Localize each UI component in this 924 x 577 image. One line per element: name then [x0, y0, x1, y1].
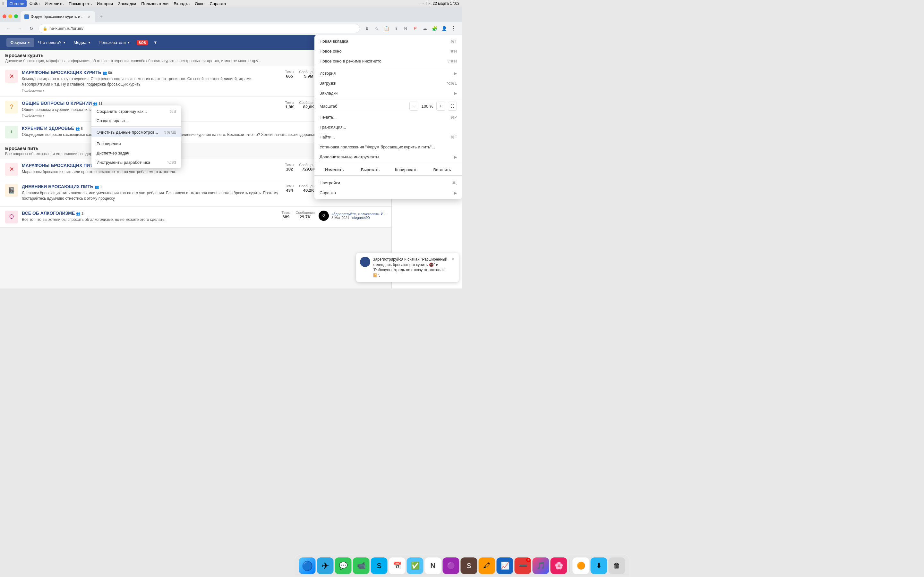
- context-menu-extensions[interactable]: Расширения: [91, 139, 181, 148]
- menubar-time: Пн, 22 марта 17:03: [426, 1, 459, 6]
- context-menu-create-shortcut[interactable]: Создать ярлык...: [91, 116, 181, 125]
- chrome-menu-print[interactable]: Печать... ⌘P: [314, 112, 462, 122]
- menubar-profiles[interactable]: Пользователи: [139, 0, 171, 7]
- toast-notification: Зарегистрируйся и скачай "Расширенный ка…: [356, 253, 459, 282]
- chrome-menu-button[interactable]: ⋮: [449, 24, 458, 33]
- context-menu-divider: [91, 138, 181, 138]
- forward-button[interactable]: →: [15, 24, 24, 33]
- apple-menu[interactable]: : [3, 1, 4, 6]
- window-controls: [3, 15, 18, 18]
- menubar-tab[interactable]: Вкладка: [171, 0, 192, 7]
- chrome-menu-downloads[interactable]: Загрузки ⌥⌘L: [314, 78, 462, 88]
- back-button[interactable]: ←: [4, 24, 13, 33]
- lock-icon: 🔒: [43, 26, 47, 31]
- minimize-window-button[interactable]: [8, 15, 12, 18]
- menubar-chrome[interactable]: Chrome: [7, 0, 27, 7]
- chrome-menu-find[interactable]: Найти... ⌘F: [314, 132, 462, 142]
- cloud-button[interactable]: ☁: [420, 24, 429, 33]
- address-bar: ← → ↻ 🔒 ne-kurim.ru/forum/ ⬇ ☆ 📋 ℹ N P ☁…: [0, 22, 462, 35]
- mac-menubar:  Chrome Файл Изменить Посмотреть Истори…: [0, 0, 462, 7]
- context-menu-save-page[interactable]: Сохранить страницу как... ⌘S: [91, 107, 181, 116]
- chrome-menu-history[interactable]: История ▶: [314, 68, 462, 78]
- new-tab-button[interactable]: +: [97, 12, 105, 21]
- notion-button[interactable]: N: [401, 24, 410, 33]
- context-menu-task-manager[interactable]: Диспетчер задач: [91, 148, 181, 158]
- arrow-right-icon: ▶: [454, 191, 457, 195]
- chrome-menu-divider: [314, 177, 462, 177]
- zoom-in-button[interactable]: +: [436, 102, 445, 111]
- menubar-help[interactable]: Справка: [207, 0, 229, 7]
- bookmark-button[interactable]: ☆: [372, 24, 381, 33]
- tab-title: Форум бросающих курить и ...: [31, 15, 84, 19]
- download-button[interactable]: ⬇: [363, 24, 372, 33]
- url-bar[interactable]: 🔒 ne-kurim.ru/forum/: [39, 24, 360, 33]
- arrow-right-icon: ▶: [454, 155, 457, 159]
- paste-button[interactable]: Вставить: [425, 165, 459, 174]
- maximize-window-button[interactable]: [14, 15, 18, 18]
- url-text: ne-kurim.ru/forum/: [49, 26, 83, 31]
- context-menu-overlay: Сохранить страницу как... ⌘S Создать ярл…: [0, 35, 462, 288]
- address-bar-actions: ⬇ ☆ 📋 ℹ N P ☁ 🧩 👤 ⋮: [363, 24, 458, 33]
- chrome-menu-help[interactable]: Справка ▶: [314, 188, 462, 198]
- chrome-menu-zoom: Масштаб − 100 % + ⛶: [314, 100, 462, 112]
- chrome-menu-more-tools[interactable]: Дополнительные инструменты ▶: [314, 152, 462, 162]
- page-content: Форумы ▼ Что нового? ▼ Медиа ▼ Пользоват…: [0, 35, 462, 288]
- toast-content: Зарегистрируйся и скачай "Расширенный ка…: [373, 257, 449, 278]
- chrome-window: Форум бросающих курить и ... ✕ + ← → ↻ 🔒…: [0, 7, 462, 288]
- profile-button[interactable]: 👤: [439, 24, 449, 33]
- chrome-menu-cast[interactable]: Трансляция...: [314, 122, 462, 132]
- close-window-button[interactable]: [3, 15, 6, 18]
- cut-button[interactable]: Вырезать: [353, 165, 388, 174]
- context-menu-clear-browsing[interactable]: Очистить данные просмотров... ⇧⌘⌫: [91, 127, 181, 137]
- menubar-view[interactable]: Посмотреть: [66, 0, 94, 7]
- readinglist-button[interactable]: 📋: [382, 24, 391, 33]
- zoom-controls: − 100 % + ⛶: [409, 102, 457, 111]
- chrome-menu-incognito[interactable]: Новое окно в режиме инкогнито ⇧⌘N: [314, 56, 462, 66]
- menubar-edit[interactable]: Изменить: [42, 0, 66, 7]
- copy-button[interactable]: Копировать: [389, 165, 423, 174]
- fullscreen-button[interactable]: ⛶: [448, 102, 457, 111]
- arrow-right-icon: ▶: [454, 91, 457, 95]
- menubar-bookmarks[interactable]: Закладки: [115, 0, 139, 7]
- menubar-controls: ···: [421, 1, 424, 6]
- extensions-button[interactable]: 🧩: [430, 24, 439, 33]
- active-tab[interactable]: Форум бросающих курить и ... ✕: [21, 11, 95, 22]
- chrome-menu-divider: [314, 163, 462, 163]
- chrome-menu-new-window[interactable]: Новое окно ⌘N: [314, 46, 462, 56]
- toast-avatar: [360, 257, 370, 267]
- menubar-history[interactable]: История: [94, 0, 115, 7]
- pocket-button[interactable]: P: [411, 24, 420, 33]
- context-menu-divider: [91, 126, 181, 127]
- info-button[interactable]: ℹ: [391, 24, 401, 33]
- chrome-menu: Новая вкладка ⌘T Новое окно ⌘N Новое окн…: [314, 35, 462, 199]
- toast-close-button[interactable]: ✕: [451, 257, 455, 262]
- zoom-value: 100 %: [421, 104, 434, 109]
- tab-close-button[interactable]: ✕: [86, 14, 91, 19]
- arrow-right-icon: ▶: [454, 71, 457, 76]
- menubar-window[interactable]: Окно: [192, 0, 207, 7]
- edit-actions-row: Изменить Вырезать Копировать Вставить: [314, 164, 462, 176]
- chrome-menu-new-tab[interactable]: Новая вкладка ⌘T: [314, 36, 462, 46]
- tab-favicon: [24, 15, 29, 19]
- chrome-menu-bookmarks[interactable]: Закладки ▶: [314, 88, 462, 98]
- chrome-menu-settings[interactable]: Настройки ⌘,: [314, 178, 462, 188]
- title-bar: Форум бросающих курить и ... ✕ +: [0, 7, 462, 22]
- zoom-out-button[interactable]: −: [409, 102, 418, 111]
- zoom-label: Масштаб: [320, 104, 409, 109]
- context-menu: Сохранить страницу как... ⌘S Создать ярл…: [91, 105, 181, 168]
- menubar-file[interactable]: Файл: [27, 0, 42, 7]
- tab-bar: Форум бросающих курить и ... ✕ +: [21, 7, 459, 22]
- chrome-menu-install-app[interactable]: Установка приложения "Форум бросающих ку…: [314, 142, 462, 152]
- reload-button[interactable]: ↻: [27, 24, 36, 33]
- context-menu-devtools[interactable]: Инструменты разработчика ⌥⌘I: [91, 158, 181, 167]
- edit-button[interactable]: Изменить: [317, 165, 352, 174]
